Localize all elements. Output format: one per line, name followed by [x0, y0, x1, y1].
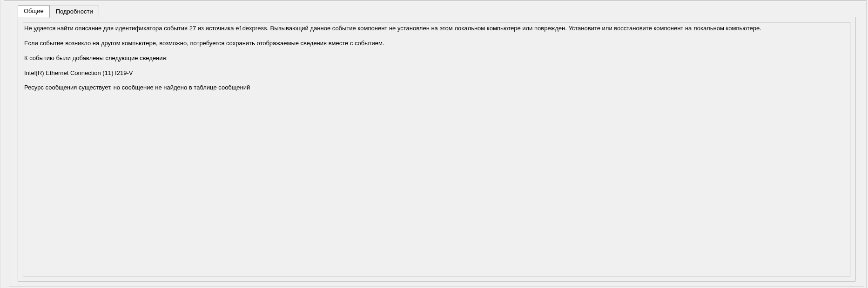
event-description-textbox[interactable]: Не удается найти описание для идентифика…	[23, 22, 850, 276]
tab-content-general: Не удается найти описание для идентифика…	[18, 17, 855, 281]
tab-details[interactable]: Подробности	[50, 6, 99, 17]
tab-general[interactable]: Общие	[18, 5, 50, 18]
event-description-line: К событию были добавлены следующие сведе…	[24, 54, 849, 63]
event-description-line: Ресурс сообщения существует, но сообщени…	[24, 83, 849, 92]
event-description-line: Не удается найти описание для идентифика…	[24, 24, 849, 33]
event-details-frame: Общие Подробности Не удается найти описа…	[0, 0, 868, 288]
event-description-line: Если событие возникло на другом компьюте…	[24, 39, 849, 48]
tabs-row: Общие Подробности	[18, 5, 855, 17]
event-details-panel: Общие Подробности Не удается найти описа…	[9, 1, 864, 287]
event-description-line: Intel(R) Ethernet Connection (11) I219-V	[24, 69, 849, 78]
